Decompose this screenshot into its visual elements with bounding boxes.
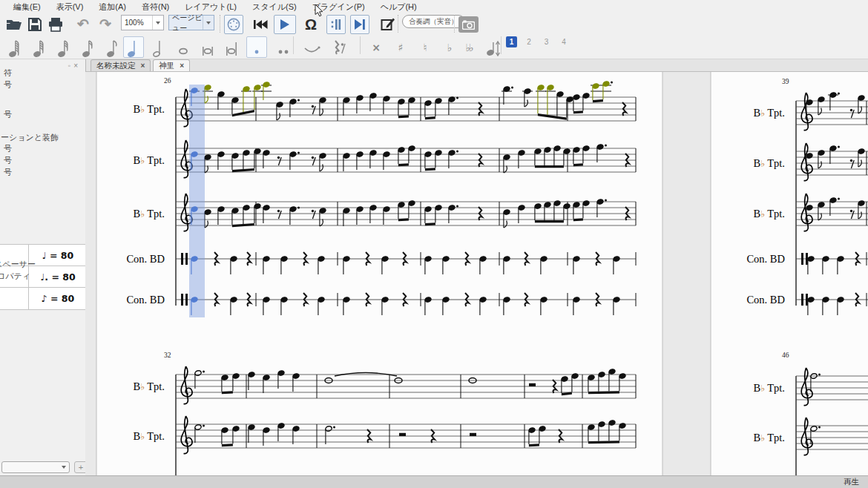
redo-button[interactable]: ↷ <box>95 15 116 34</box>
palette-item-label[interactable]: 号 <box>4 167 12 178</box>
voice-4-button[interactable]: 4 <box>559 36 570 47</box>
note-quarter-icon[interactable] <box>123 36 144 58</box>
palette-item-label[interactable]: 号 <box>4 79 12 90</box>
playback-status-label: 再生 <box>844 477 859 487</box>
tempo-cell[interactable]: ♩. = 80 <box>29 266 86 287</box>
percussion-clef-icon <box>801 294 803 306</box>
instrument-label[interactable]: B♭ Tpt. <box>754 208 785 220</box>
double-flat-icon: ♭♭ <box>465 42 472 53</box>
rest-icon[interactable] <box>329 36 350 58</box>
menu-item-0[interactable]: 編集(E) <box>13 1 41 13</box>
note-breve-icon[interactable] <box>197 36 218 58</box>
rest[interactable] <box>850 159 852 162</box>
instrument-label[interactable]: Con. BD <box>126 253 165 265</box>
save-button[interactable] <box>25 15 45 34</box>
palette-close-icon[interactable]: × <box>73 62 81 70</box>
score-tab-1[interactable]: 神里× <box>153 59 190 71</box>
instrument-label[interactable]: B♭ Tpt. <box>134 430 165 442</box>
palette-search-select[interactable] <box>1 461 70 473</box>
note-input-pencil-icon[interactable] <box>378 15 398 34</box>
menu-item-3[interactable]: 音符(N) <box>142 1 169 13</box>
palette-item-label[interactable]: 符 <box>4 67 12 79</box>
instrument-label[interactable]: B♭ Tpt. <box>134 380 165 392</box>
note-32nd-icon[interactable] <box>53 36 74 58</box>
instrument-label[interactable]: B♭ Tpt. <box>134 154 165 166</box>
menu-item-1[interactable]: 表示(V) <box>56 1 84 13</box>
rest[interactable] <box>312 156 314 159</box>
flat-icon[interactable]: ♭ <box>439 36 460 58</box>
note-16th-icon[interactable] <box>78 36 99 58</box>
menu-item-5[interactable]: スタイル(S) <box>252 1 297 13</box>
play-button[interactable] <box>274 15 296 34</box>
augmentation-dot-icon[interactable] <box>246 36 267 58</box>
instrument-label[interactable]: B♭ Tpt. <box>754 432 785 444</box>
open-file-button[interactable] <box>4 15 24 34</box>
sharp-icon[interactable]: ♯ <box>390 36 411 58</box>
rewind-button[interactable] <box>251 15 270 34</box>
score-canvas[interactable]: B♭ Tpt.B♭ Tpt.B♭ Tpt.Con. BDCon. BD26B♭ … <box>85 72 868 475</box>
rest[interactable] <box>312 210 314 212</box>
voice-2-button[interactable]: 2 <box>524 36 535 47</box>
menu-item-7[interactable]: ヘルプ(H) <box>381 1 417 13</box>
menu-item-2[interactable]: 追加(A) <box>99 1 126 13</box>
voice-3-button[interactable]: 3 <box>541 36 552 47</box>
note-input-toolbar: ×♯♮♭♭♭1234 <box>0 36 868 59</box>
double-dot-icon[interactable] <box>273 36 294 58</box>
instrument-label[interactable]: Con. BD <box>126 294 165 306</box>
tab-close-icon[interactable]: × <box>141 62 145 70</box>
pan-score-toggle[interactable] <box>326 15 346 34</box>
note-8th-icon[interactable] <box>102 36 123 58</box>
menu-item-4[interactable]: レイアウト(L) <box>185 1 237 13</box>
double-sharp-icon[interactable]: × <box>366 36 387 58</box>
instrument-label[interactable]: B♭ Tpt. <box>754 107 785 119</box>
instrument-label[interactable]: Con. BD <box>746 294 785 306</box>
tempo-cell[interactable]: ♪ = 80 <box>29 288 86 309</box>
instrument-label[interactable]: B♭ Tpt. <box>134 103 165 115</box>
rest[interactable] <box>850 109 852 111</box>
rest[interactable] <box>277 156 280 159</box>
rest[interactable] <box>312 105 314 108</box>
toolbar-separator <box>220 15 222 33</box>
tab-close-icon[interactable]: × <box>180 62 184 70</box>
double-flat-icon[interactable]: ♭♭ <box>458 36 479 58</box>
palette-item-label[interactable]: 号 <box>4 155 12 166</box>
palette-item-label[interactable]: 号 <box>4 109 12 120</box>
instrument-label[interactable]: B♭ Tpt. <box>754 382 785 394</box>
flat-icon: ♭ <box>447 42 453 53</box>
palette-item-label[interactable]: プロパティ <box>0 271 30 282</box>
main-toolbar: ↶ ↷ 100% ページビュー Ω 合奏調（実音） <box>0 13 868 36</box>
measure-number: 39 <box>782 78 789 85</box>
tempo-cell[interactable]: 80 <box>0 288 29 309</box>
note-whole-icon[interactable] <box>173 36 194 58</box>
natural-icon[interactable]: ♮ <box>415 36 435 58</box>
rest[interactable] <box>529 383 536 386</box>
note-64th-icon[interactable] <box>29 36 50 58</box>
instrument-label[interactable]: B♭ Tpt. <box>134 208 165 220</box>
natural-icon: ♮ <box>423 42 427 53</box>
score-tab-0[interactable]: 名称未設定× <box>91 59 151 71</box>
palette-item-label[interactable]: キュレーションと装飾 <box>0 132 59 143</box>
measure-number: 26 <box>164 77 171 85</box>
view-mode-select[interactable]: ページビュー <box>168 15 214 30</box>
palette-item-label[interactable]: 号 <box>4 143 12 154</box>
note-128th-icon[interactable] <box>4 36 25 58</box>
note-half-icon[interactable] <box>148 36 169 58</box>
image-capture-button[interactable] <box>458 16 479 33</box>
rest[interactable] <box>470 433 476 436</box>
rest[interactable] <box>850 210 852 212</box>
midi-input-toggle[interactable] <box>224 15 243 34</box>
print-button[interactable] <box>46 15 65 34</box>
play-repeats-toggle[interactable] <box>350 15 369 34</box>
tie-icon[interactable] <box>301 36 322 58</box>
zoom-select[interactable]: 100% <box>121 15 164 30</box>
undo-button[interactable]: ↶ <box>73 15 93 34</box>
instrument-label[interactable]: Con. BD <box>746 253 785 265</box>
tempo-cell[interactable]: ♩ = 80 <box>29 245 86 266</box>
rest[interactable] <box>277 210 280 212</box>
instrument-label[interactable]: B♭ Tpt. <box>754 157 785 169</box>
palette-item-label[interactable]: とスペーサー <box>0 259 36 270</box>
voice-1-button[interactable]: 1 <box>506 36 517 47</box>
note-longa-icon[interactable] <box>222 36 243 58</box>
add-palette-button[interactable]: + <box>74 461 86 473</box>
rest[interactable] <box>399 433 406 436</box>
